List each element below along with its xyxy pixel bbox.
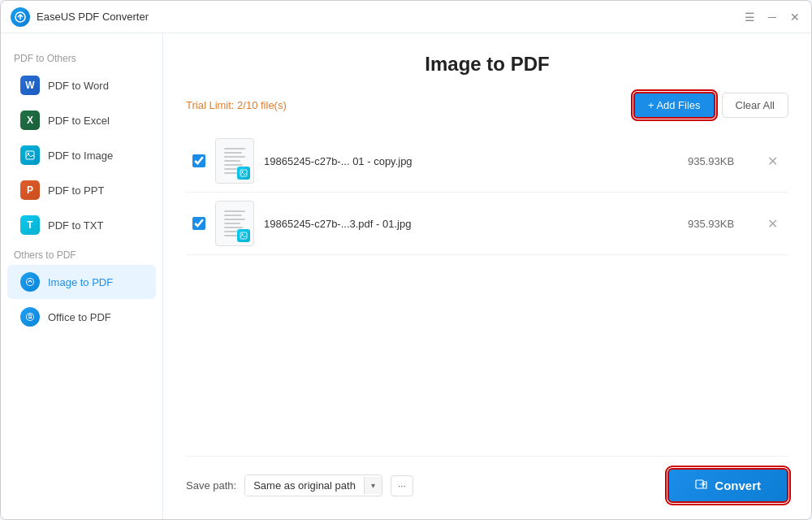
table-row: 19865245-c27b-... 01 - copy.jpg 935.93KB…: [186, 130, 788, 193]
remove-file-1-button[interactable]: ✕: [762, 151, 782, 171]
convert-label: Convert: [715, 479, 761, 492]
sidebar-item-pdf-to-image[interactable]: PDF to Image: [7, 138, 156, 172]
sidebar-label-pdf-to-txt: PDF to TXT: [48, 219, 103, 232]
sidebar-item-pdf-to-word[interactable]: W PDF to Word: [7, 68, 156, 102]
minimize-button[interactable]: ─: [766, 11, 779, 24]
thumb-line: [224, 214, 242, 216]
trial-limit-text: Trial Limit: 2/10 file(s): [186, 99, 287, 111]
sidebar-item-pdf-to-excel[interactable]: X PDF to Excel: [7, 103, 156, 137]
thumb-line: [224, 156, 245, 158]
save-path-dropdown-arrow[interactable]: ▾: [364, 477, 382, 494]
thumb-line: [224, 223, 240, 224]
add-files-button[interactable]: + Add Files: [633, 92, 715, 119]
title-bar: EaseUS PDF Converter ☰ ─ ✕: [1, 1, 811, 33]
sidebar-item-image-to-pdf[interactable]: Image to PDF: [7, 265, 156, 299]
thumb-line: [224, 219, 245, 220]
sidebar-label-office-to-pdf: Office to PDF: [48, 311, 111, 323]
save-path-area: Save path: Same as original path ▾ ···: [186, 474, 413, 496]
file-list: 19865245-c27b-... 01 - copy.jpg 935.93KB…: [186, 130, 788, 448]
sidebar: PDF to Others W PDF to Word X PDF to Exc…: [1, 33, 163, 519]
image-icon: [20, 145, 40, 165]
bottom-bar: Save path: Same as original path ▾ ···: [186, 456, 788, 503]
sidebar-item-pdf-to-txt[interactable]: T PDF to TXT: [7, 208, 156, 242]
thumb-img-badge-2: [237, 229, 250, 242]
ppt-icon: P: [20, 180, 40, 200]
thumb-line: [224, 160, 240, 162]
sidebar-label-pdf-to-image: PDF to Image: [48, 150, 113, 162]
file-size-1: 935.93KB: [688, 155, 753, 167]
thumb-line: [224, 231, 237, 232]
sidebar-section-others-to-pdf: Others to PDF: [1, 243, 162, 264]
file-thumbnail-2: [215, 201, 254, 246]
app-logo: [11, 7, 30, 27]
sidebar-label-pdf-to-excel: PDF to Excel: [48, 115, 110, 127]
sidebar-label-pdf-to-word: PDF to Word: [48, 80, 109, 92]
app-name: EaseUS PDF Converter: [37, 11, 743, 23]
sidebar-item-office-to-pdf[interactable]: Office to PDF: [7, 300, 156, 334]
file-info-2: 19865245-c27b-...3.pdf - 01.jpg 935.93KB: [264, 218, 753, 230]
file-name-2: 19865245-c27b-...3.pdf - 01.jpg: [264, 218, 672, 230]
save-path-select[interactable]: Same as original path ▾: [244, 474, 382, 496]
window-controls: ☰ ─ ✕: [743, 11, 801, 24]
toolbar: Trial Limit: 2/10 file(s) + Add Files Cl…: [186, 92, 788, 119]
main-layout: PDF to Others W PDF to Word X PDF to Exc…: [1, 33, 811, 519]
file-info-1: 19865245-c27b-... 01 - copy.jpg 935.93KB: [264, 155, 753, 167]
file-checkbox-2[interactable]: [192, 217, 205, 230]
file-size-2: 935.93KB: [688, 218, 753, 230]
thumb-line: [224, 148, 245, 150]
save-path-label: Save path:: [186, 479, 236, 492]
page-title: Image to PDF: [186, 53, 788, 76]
thumb-line: [224, 210, 245, 212]
content-area: Image to PDF Trial Limit: 2/10 file(s) +…: [163, 33, 811, 519]
app-window: EaseUS PDF Converter ☰ ─ ✕ PDF to Others…: [0, 0, 812, 520]
svg-rect-14: [240, 232, 247, 239]
sidebar-label-image-to-pdf: Image to PDF: [48, 276, 113, 288]
office-to-pdf-icon: [20, 307, 40, 327]
thumb-line: [224, 164, 243, 166]
thumb-line: [224, 152, 242, 154]
more-options-button[interactable]: ···: [391, 475, 413, 496]
svg-rect-12: [240, 170, 247, 176]
convert-icon: [695, 478, 708, 493]
sidebar-item-pdf-to-ppt[interactable]: P PDF to PPT: [7, 173, 156, 207]
save-path-value: Same as original path: [245, 475, 364, 496]
img-to-pdf-icon: [20, 272, 40, 292]
clear-all-button[interactable]: Clear All: [722, 93, 788, 118]
table-row: 19865245-c27b-...3.pdf - 01.jpg 935.93KB…: [186, 193, 788, 255]
sidebar-label-pdf-to-ppt: PDF to PPT: [48, 184, 104, 197]
menu-icon[interactable]: ☰: [743, 11, 756, 24]
toolbar-right: + Add Files Clear All: [633, 92, 788, 119]
thumb-line: [224, 227, 243, 228]
word-icon: W: [20, 76, 40, 95]
close-button[interactable]: ✕: [788, 11, 801, 24]
file-name-1: 19865245-c27b-... 01 - copy.jpg: [264, 155, 672, 167]
excel-icon: X: [20, 110, 40, 130]
txt-icon: T: [20, 215, 40, 235]
remove-file-2-button[interactable]: ✕: [762, 214, 782, 233]
sidebar-section-pdf-to-others: PDF to Others: [1, 46, 162, 67]
file-checkbox-1[interactable]: [192, 154, 205, 167]
file-thumbnail-1: [215, 138, 254, 184]
convert-button[interactable]: Convert: [667, 468, 788, 503]
thumb-img-badge-1: [237, 167, 250, 180]
thumb-line: [224, 168, 237, 170]
